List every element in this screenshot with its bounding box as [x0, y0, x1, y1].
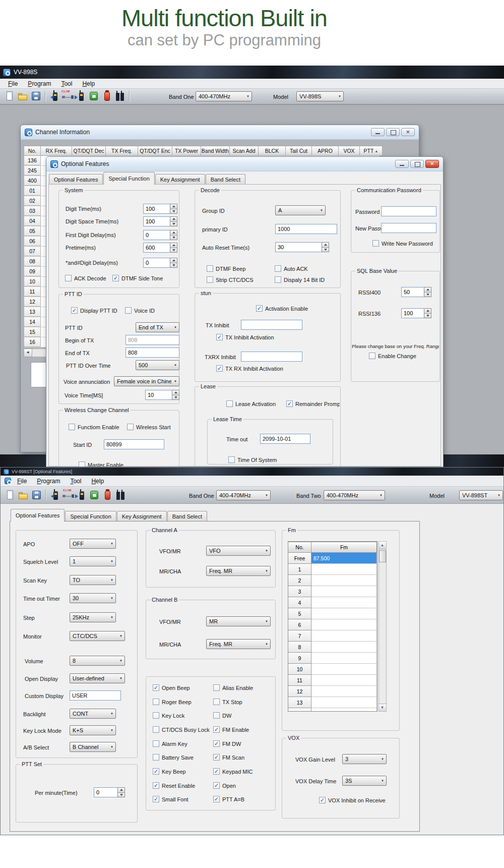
radio-pair-button[interactable] — [114, 90, 126, 102]
horizontal-scrollbar[interactable] — [24, 349, 47, 357]
minimize-button[interactable] — [371, 128, 385, 136]
start-id-field[interactable]: 80899 — [104, 439, 164, 449]
menu-file[interactable]: File — [13, 477, 31, 485]
enable-change-checkbox[interactable]: Enable Change — [369, 353, 416, 359]
ptt-aeb-checkbox[interactable]: PTT A=B — [213, 796, 244, 802]
open-checkbox[interactable]: Open — [213, 782, 236, 789]
menu-tool[interactable]: Tool — [57, 80, 76, 88]
fm-row[interactable]: 4 — [288, 597, 377, 608]
column-header[interactable]: QT/DQT Dec — [72, 146, 106, 156]
digit-space-input[interactable]: 100 — [143, 216, 177, 226]
master-enable-checkbox[interactable]: Master Enable — [79, 461, 123, 467]
model-select[interactable]: VV-898ST — [459, 490, 503, 500]
read-from-radio-button[interactable] — [75, 489, 87, 501]
fm-row[interactable]: 9 — [288, 653, 377, 664]
band-one-select[interactable]: 400-470MHz — [216, 490, 271, 500]
scroll-up-icon[interactable] — [379, 542, 386, 549]
display-ptt-id-checkbox[interactable]: Display PTT ID — [71, 307, 117, 314]
vox-delay-select[interactable]: 3S — [342, 776, 387, 786]
first-digit-delay-input[interactable]: 0 — [143, 230, 177, 240]
tab-key-assignment[interactable]: Key Assignment — [155, 174, 205, 185]
apo-select[interactable]: OFF — [70, 539, 116, 549]
maximize-button[interactable] — [386, 128, 400, 136]
emergency-button[interactable] — [101, 90, 113, 102]
lease-activation-checkbox[interactable]: Lease Activation — [226, 400, 276, 407]
alias-enable-checkbox[interactable]: Alias Enable — [213, 684, 253, 691]
open-display-select[interactable]: User-defined — [70, 673, 125, 683]
custom-display-field[interactable]: USER — [70, 690, 121, 701]
volume-select[interactable]: 8 — [70, 656, 125, 666]
column-header[interactable]: TX Power — [172, 146, 201, 156]
tab-band-select[interactable]: Band Select — [167, 511, 207, 522]
rssi136-input[interactable]: 100 — [401, 308, 431, 318]
open-file-button[interactable] — [17, 489, 29, 501]
tab-special-function[interactable]: Special Function — [65, 511, 116, 522]
alarm-key-checkbox[interactable]: Alarm Key — [153, 740, 187, 747]
scroll-left-icon[interactable] — [24, 349, 32, 357]
strip-ctc-checkbox[interactable]: Strip CTC/DCS — [207, 276, 254, 283]
function-enable-checkbox[interactable]: Functiom Enable — [69, 424, 119, 430]
txrx-inhibit-activation-checkbox[interactable]: TX RX Inhibit Activation — [216, 365, 283, 372]
ptt-id-select[interactable]: End of TX — [136, 322, 179, 332]
fm-row[interactable]: 7 — [288, 630, 377, 642]
read-from-radio-button[interactable] — [75, 90, 87, 102]
dw-checkbox[interactable]: DW — [213, 712, 231, 719]
column-header[interactable]: RX Freq. — [41, 146, 72, 156]
password-field[interactable] — [381, 206, 436, 216]
channel-b-mr-select[interactable]: Freq. MR — [206, 639, 271, 649]
per-minute-input[interactable]: 0 — [94, 787, 125, 797]
keypad-mic-checkbox[interactable]: Keypad MIC — [213, 768, 253, 775]
ack-decode-checkbox[interactable]: ACK Decode — [65, 275, 106, 281]
tx-inhibit-activation-checkbox[interactable]: TX Inhibit Activation — [216, 334, 274, 340]
menu-program[interactable]: Program — [24, 80, 55, 88]
fm-scan-checkbox[interactable]: FM Scan — [213, 754, 244, 761]
pretime-input[interactable]: 600 — [143, 243, 177, 253]
fm-row[interactable]: 3 — [288, 586, 377, 597]
reset-enable-checkbox[interactable]: Reset Enable — [153, 782, 195, 789]
menu-file[interactable]: File — [4, 80, 22, 88]
tab-band-select[interactable]: Band Select — [206, 174, 245, 185]
tab-key-assignment[interactable]: Key Assignment — [117, 511, 167, 522]
open-file-button[interactable] — [17, 90, 29, 102]
write-new-password-checkbox[interactable]: Write New Password — [372, 240, 433, 247]
band-two-select[interactable]: 400-470MHz — [324, 490, 385, 500]
channel-b-vfo-select[interactable]: MR — [206, 616, 271, 626]
fm-row[interactable]: 13 — [288, 697, 377, 708]
auto-reset-input[interactable]: 30 — [275, 242, 329, 252]
digit-time-input[interactable]: 100 — [143, 204, 177, 214]
voice-id-checkbox[interactable]: Voice ID — [125, 307, 155, 314]
column-header[interactable]: APRO — [312, 146, 339, 156]
fm-row[interactable]: 11 — [288, 675, 377, 686]
fm-row[interactable]: 10 — [288, 664, 377, 675]
star-digit-delay-input[interactable]: 0 — [143, 258, 177, 268]
fm-dw-checkbox[interactable]: FM DW — [213, 740, 241, 747]
small-font-checkbox[interactable]: Small Font — [153, 796, 188, 802]
fm-row[interactable]: 5 — [288, 608, 377, 619]
emergency-button[interactable] — [101, 489, 113, 501]
new-file-button[interactable] — [4, 489, 16, 501]
vox-gain-select[interactable]: 3 — [342, 754, 387, 764]
channel-a-mr-select[interactable]: Freq. MR — [206, 566, 271, 576]
voice-annunciation-select[interactable]: Female voice in Chinese — [114, 376, 179, 386]
channel-a-vfo-select[interactable]: VFO — [206, 546, 271, 556]
begin-of-tx-field[interactable]: 808 — [125, 335, 179, 345]
fm-table[interactable]: No.Fm Free87.500 1 2 3 4 5 6 7 8 9 10 11… — [288, 541, 377, 712]
scrollbar-thumb[interactable] — [379, 550, 386, 562]
vox-inhibit-checkbox[interactable]: VOX Inhibit on Receive — [319, 797, 386, 803]
tx-stop-checkbox[interactable]: TX Stop — [213, 699, 242, 705]
column-header[interactable]: VOX — [339, 146, 360, 156]
squelch-level-select[interactable]: 1 — [70, 556, 116, 566]
end-of-tx-field[interactable]: 808 — [125, 348, 179, 358]
tab-optional-features[interactable]: Optional Features — [11, 509, 65, 522]
tx-inhibit-field[interactable] — [241, 320, 302, 330]
fm-row[interactable]: 8 — [288, 642, 377, 653]
column-header[interactable]: No. — [24, 146, 41, 156]
fm-row-free[interactable]: Free87.500 — [288, 553, 377, 564]
fm-row[interactable]: 2 — [288, 575, 377, 586]
key-lock-checkbox[interactable]: Key Lock — [153, 712, 184, 719]
tab-optional-features[interactable]: Optional Features — [49, 174, 103, 185]
column-header[interactable]: BLCK — [259, 146, 286, 156]
radio-pair-button[interactable] — [114, 489, 127, 501]
time-out-field[interactable]: 2099-10-01 — [260, 434, 310, 444]
write-to-radio-button[interactable] — [49, 489, 61, 501]
